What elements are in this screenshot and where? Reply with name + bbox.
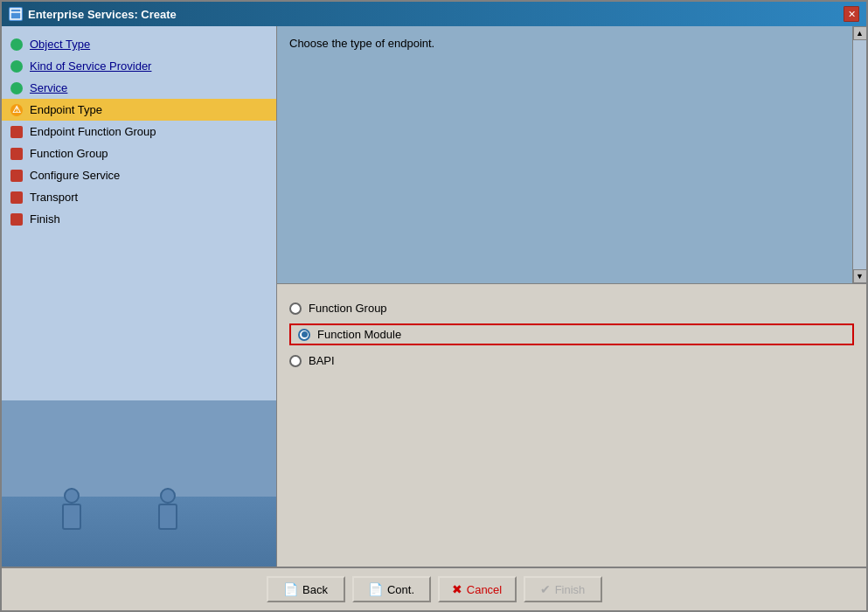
title-bar: Enterprise Services: Create ✕ (2, 2, 866, 26)
left-panel: Object Type Kind of Service Provider Ser… (2, 26, 277, 567)
status-dot-green-object-type (10, 38, 23, 51)
status-dot-error-fg (10, 148, 23, 160)
nav-link-service[interactable]: Service (30, 81, 67, 94)
close-button[interactable]: ✕ (844, 6, 859, 22)
radio-option-bapi[interactable]: BAPI (289, 354, 854, 367)
status-dot-error-efg (10, 126, 23, 138)
right-panel: Choose the type of endpoint. ▲ ▼ Functio… (277, 26, 866, 567)
back-icon: 📄 (283, 582, 298, 596)
dialog: Enterprise Services: Create ✕ Object Typ… (0, 0, 868, 612)
figure-left (54, 488, 89, 540)
options-area: Function Group Function Module BAPI (277, 284, 866, 385)
nav-item-object-type[interactable]: Object Type (2, 33, 276, 55)
window-icon (9, 7, 23, 21)
nav-item-endpoint-function-group[interactable]: Endpoint Function Group (2, 121, 276, 143)
nav-item-kind-of-service-provider[interactable]: Kind of Service Provider (2, 55, 276, 77)
nav-item-transport[interactable]: Transport (2, 186, 276, 208)
water-decoration (2, 497, 276, 567)
window-title: Enterprise Services: Create (28, 8, 177, 21)
title-bar-left: Enterprise Services: Create (9, 7, 177, 21)
nav-item-service[interactable]: Service (2, 77, 276, 99)
radio-inner-function-module (302, 331, 308, 337)
nav-label-configure-service: Configure Service (30, 169, 120, 182)
figure-right (150, 488, 185, 540)
nav-item-finish[interactable]: Finish (2, 208, 276, 230)
cont-label: Cont. (387, 583, 414, 596)
status-dot-green-ksp (10, 60, 23, 73)
nav-item-configure-service[interactable]: Configure Service (2, 164, 276, 186)
figure-head-left (64, 488, 80, 504)
nav-label-endpoint-function-group: Endpoint Function Group (30, 125, 156, 138)
finish-label: Finish (555, 583, 586, 596)
radio-label-function-group: Function Group (309, 302, 387, 315)
back-button[interactable]: 📄 Back (267, 576, 345, 602)
scrollbar[interactable]: ▲ ▼ (852, 26, 866, 283)
status-dot-warning-endpoint-type: ⚠ (10, 104, 23, 116)
dialog-body: Object Type Kind of Service Provider Ser… (2, 26, 866, 567)
nav-label-function-group: Function Group (30, 147, 108, 160)
cancel-icon: ✖ (452, 582, 462, 596)
nav-label-endpoint-type: Endpoint Type (30, 103, 102, 116)
radio-label-bapi: BAPI (309, 354, 335, 367)
finish-icon: ✔ (540, 582, 551, 596)
status-dot-error-transport (10, 191, 23, 204)
nav-item-endpoint-type[interactable]: ⚠ Endpoint Type (2, 99, 276, 121)
radio-button-function-group[interactable] (289, 303, 302, 315)
nav-link-object-type[interactable]: Object Type (30, 38, 90, 51)
cont-button[interactable]: 📄 Cont. (352, 576, 431, 602)
radio-button-bapi[interactable] (289, 355, 302, 367)
radio-label-function-module: Function Module (317, 328, 401, 341)
radio-option-function-module[interactable]: Function Module (289, 323, 854, 345)
nav-label-finish: Finish (30, 212, 60, 226)
cancel-label: Cancel (467, 583, 502, 596)
radio-option-function-group[interactable]: Function Group (289, 302, 854, 315)
figure-body-left (62, 504, 81, 530)
nav-item-function-group[interactable]: Function Group (2, 143, 276, 164)
nav-link-kind-of-service-provider[interactable]: Kind of Service Provider (30, 59, 151, 73)
scroll-up-arrow[interactable]: ▲ (853, 26, 867, 40)
status-dot-error-finish (10, 213, 23, 226)
finish-button[interactable]: ✔ Finish (524, 576, 602, 602)
figure-body-right (158, 504, 177, 530)
back-label: Back (302, 583, 328, 596)
footer: 📄 Back 📄 Cont. ✖ Cancel ✔ Finish (2, 567, 866, 610)
cancel-button[interactable]: ✖ Cancel (438, 576, 517, 602)
content-area: Choose the type of endpoint. ▲ ▼ (277, 26, 866, 284)
radio-button-function-module[interactable] (298, 329, 310, 341)
status-dot-error-cs (10, 170, 23, 182)
nav-list: Object Type Kind of Service Provider Ser… (2, 26, 276, 400)
nav-label-transport: Transport (30, 191, 78, 204)
status-dot-green-service (10, 82, 23, 94)
scroll-down-arrow[interactable]: ▼ (853, 269, 867, 283)
svg-rect-0 (10, 9, 21, 19)
left-panel-decoration (2, 400, 276, 567)
cont-icon: 📄 (368, 582, 383, 596)
content-description: Choose the type of endpoint. (277, 26, 866, 60)
figure-head-right (160, 488, 176, 504)
